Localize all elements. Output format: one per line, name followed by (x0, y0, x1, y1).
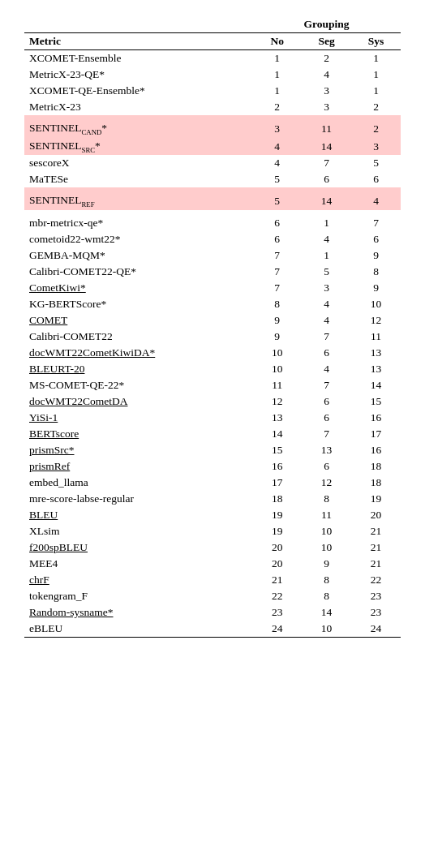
seg-value: 3 (302, 83, 351, 99)
seg-value: 8 (302, 572, 351, 588)
table-row: docWMT22CometKiwiDA*10613 (24, 345, 401, 361)
no-value: 24 (252, 621, 302, 638)
sys-value: 16 (351, 442, 401, 458)
metric-name: prismSrc* (24, 442, 252, 458)
seg-value: 10 (302, 539, 351, 556)
sys-value: 20 (351, 507, 401, 523)
table-row: tokengram_F22823 (24, 588, 401, 604)
metric-label: f200spBLEU (29, 541, 88, 553)
metric-name: prismRef (24, 458, 252, 475)
sys-value: 2 (351, 115, 401, 138)
seg-value: 7 (302, 155, 351, 171)
metric-name: KG-BERTScore* (24, 296, 252, 312)
metric-name: MEE4 (24, 556, 252, 572)
no-value: 6 (252, 231, 302, 247)
table-row: CometKiwi*739 (24, 280, 401, 296)
metric-label: sescoreX (29, 157, 69, 169)
metric-asterisk: * (95, 140, 101, 152)
table-row: eBLEU241024 (24, 621, 401, 638)
metric-label: COMET (29, 314, 67, 326)
metric-label: XCOMET-Ensemble (29, 52, 122, 64)
table-row: mre-score-labse-regular18819 (24, 491, 401, 507)
table-row: Random-sysname*231423 (24, 604, 401, 621)
metric-name: Calibri-COMET22 (24, 329, 252, 345)
metric-label: Random-sysname* (29, 606, 114, 618)
metric-name: YiSi-1 (24, 410, 252, 426)
sys-value: 23 (351, 604, 401, 621)
sys-value: 3 (351, 138, 401, 156)
table-row: GEMBA-MQM*719 (24, 247, 401, 264)
metric-label: SENTINEL (29, 194, 82, 206)
metric-label: prismRef (29, 460, 70, 472)
table-row: prismSrc*151316 (24, 442, 401, 458)
sys-value: 13 (351, 361, 401, 377)
table-row: prismRef16618 (24, 458, 401, 475)
metric-col-header: Metric (24, 33, 252, 50)
no-col-header: No (252, 33, 302, 50)
sys-value: 4 (351, 187, 401, 210)
no-value: 5 (252, 171, 302, 187)
seg-value: 11 (302, 115, 351, 138)
table-row: SENTINELCAND*3112 (24, 115, 401, 138)
metric-name: GEMBA-MQM* (24, 247, 252, 264)
metric-label: docWMT22CometKiwiDA* (29, 346, 155, 359)
no-value: 19 (252, 507, 302, 523)
sys-value: 21 (351, 556, 401, 572)
no-value: 19 (252, 523, 302, 539)
no-value: 4 (252, 138, 302, 156)
metric-label: XCOMET-QE-Ensemble* (29, 84, 145, 97)
table-row: XCOMET-QE-Ensemble*131 (24, 83, 401, 99)
metric-label: MetricX-23-QE* (29, 68, 105, 80)
seg-value: 6 (302, 345, 351, 361)
sys-value: 9 (351, 280, 401, 296)
no-value: 10 (252, 345, 302, 361)
no-value: 9 (252, 329, 302, 345)
no-value: 23 (252, 604, 302, 621)
seg-value: 1 (302, 210, 351, 231)
no-value: 1 (252, 83, 302, 99)
no-value: 9 (252, 312, 302, 329)
seg-value: 6 (302, 410, 351, 426)
metric-name: mre-score-labse-regular (24, 491, 252, 507)
no-value: 11 (252, 377, 302, 393)
metric-label: MEE4 (29, 557, 58, 569)
seg-value: 4 (302, 361, 351, 377)
sys-value: 2 (351, 99, 401, 115)
sys-value: 1 (351, 83, 401, 99)
metric-sub: REF (82, 200, 95, 208)
metric-label: chrF (29, 574, 49, 586)
sys-value: 7 (351, 210, 401, 231)
sys-value: 21 (351, 523, 401, 539)
seg-value: 11 (302, 507, 351, 523)
sys-value: 19 (351, 491, 401, 507)
metric-label: XLsim (29, 525, 60, 537)
table-row: MetricX-23232 (24, 99, 401, 115)
no-value: 8 (252, 296, 302, 312)
table-row: sescoreX475 (24, 155, 401, 171)
no-value: 7 (252, 264, 302, 280)
metric-name: docWMT22CometDA (24, 393, 252, 410)
table-row: XCOMET-Ensemble121 (24, 50, 401, 67)
no-value: 12 (252, 393, 302, 410)
seg-value: 13 (302, 442, 351, 458)
table-row: KG-BERTScore*8410 (24, 296, 401, 312)
metric-label: embed_llama (29, 476, 88, 488)
seg-value: 4 (302, 231, 351, 247)
table-row: SENTINELREF5144 (24, 187, 401, 210)
no-value: 14 (252, 426, 302, 442)
table-row: YiSi-113616 (24, 410, 401, 426)
table-row: Calibri-COMET229711 (24, 329, 401, 345)
metric-label: docWMT22CometDA (29, 395, 127, 407)
seg-value: 8 (302, 491, 351, 507)
no-value: 1 (252, 67, 302, 83)
metric-name: MetricX-23 (24, 99, 252, 115)
seg-value: 7 (302, 426, 351, 442)
table-row: BERTscore14717 (24, 426, 401, 442)
metric-label: BLEU (29, 509, 58, 521)
table-row: MetricX-23-QE*141 (24, 67, 401, 83)
sys-value: 17 (351, 426, 401, 442)
seg-value: 2 (302, 50, 351, 67)
metric-label: mre-score-labse-regular (29, 492, 134, 505)
metric-label: eBLEU (29, 622, 62, 634)
sys-value: 9 (351, 247, 401, 264)
